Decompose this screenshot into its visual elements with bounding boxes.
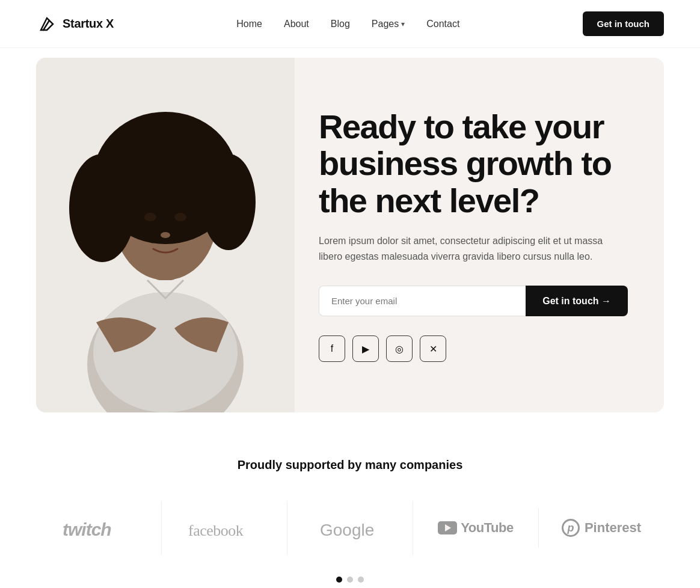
companies-title: Proudly supported by many companies bbox=[36, 458, 664, 472]
pagination-dot-1[interactable] bbox=[336, 577, 342, 583]
youtube-play-icon bbox=[438, 521, 457, 534]
company-logo-facebook: facebook bbox=[162, 501, 287, 555]
pinterest-text: Pinterest bbox=[585, 520, 641, 536]
svg-point-12 bbox=[161, 232, 170, 238]
pinterest-circle-icon: p bbox=[562, 519, 580, 537]
nav-cta-button[interactable]: Get in touch bbox=[583, 11, 665, 36]
hero-section: Ready to take your business growth to th… bbox=[36, 58, 664, 412]
nav-item-blog[interactable]: Blog bbox=[331, 19, 350, 29]
pagination-dots bbox=[36, 577, 664, 588]
svg-text:Google: Google bbox=[320, 521, 374, 539]
logo[interactable]: Startux X bbox=[36, 13, 114, 35]
google-logo-svg: Google bbox=[317, 513, 383, 543]
companies-logos: twitch facebook Google YouTube p bbox=[36, 501, 664, 555]
youtube-icon: ▶ bbox=[362, 343, 369, 355]
youtube-text: YouTube bbox=[461, 520, 513, 536]
pagination-dot-2[interactable] bbox=[347, 577, 353, 583]
nav-links: Home About Blog Pages ▾ Contact bbox=[236, 19, 459, 29]
svg-point-11 bbox=[174, 213, 186, 221]
youtube-logo-wrap: YouTube bbox=[438, 520, 513, 536]
youtube-social-button[interactable]: ▶ bbox=[352, 335, 379, 362]
facebook-icon: f bbox=[331, 343, 333, 354]
logo-text: Startux X bbox=[63, 17, 114, 31]
companies-section: Proudly supported by many companies twit… bbox=[0, 422, 700, 588]
logo-icon bbox=[36, 13, 58, 35]
instagram-icon: ◎ bbox=[395, 343, 404, 355]
svg-text:twitch: twitch bbox=[63, 519, 111, 539]
company-logo-youtube: YouTube bbox=[413, 508, 539, 548]
chevron-down-icon: ▾ bbox=[401, 20, 405, 28]
svg-point-13 bbox=[93, 292, 238, 412]
svg-text:facebook: facebook bbox=[188, 522, 244, 539]
nav-item-contact[interactable]: Contact bbox=[426, 19, 459, 29]
nav-item-pages[interactable]: Pages ▾ bbox=[372, 19, 405, 29]
pagination-dot-3[interactable] bbox=[358, 577, 364, 583]
company-logo-google: Google bbox=[287, 501, 413, 555]
hero-content: Ready to take your business growth to th… bbox=[295, 58, 664, 412]
nav-item-home[interactable]: Home bbox=[236, 19, 262, 29]
hero-cta-button[interactable]: Get in touch → bbox=[526, 286, 628, 316]
nav-item-about[interactable]: About bbox=[284, 19, 309, 29]
facebook-logo-svg: facebook bbox=[185, 513, 263, 543]
svg-point-10 bbox=[144, 213, 156, 221]
twitter-social-button[interactable]: ✕ bbox=[420, 335, 446, 362]
twitter-icon: ✕ bbox=[429, 343, 437, 355]
pinterest-logo-wrap: p Pinterest bbox=[562, 519, 641, 537]
twitch-logo-svg: twitch bbox=[60, 513, 138, 543]
svg-point-9 bbox=[179, 138, 218, 176]
company-logo-pinterest: p Pinterest bbox=[539, 507, 664, 549]
hero-title: Ready to take your business growth to th… bbox=[319, 108, 628, 219]
hero-image bbox=[36, 58, 295, 412]
company-logo-twitch: twitch bbox=[36, 501, 162, 555]
social-icons: f ▶ ◎ ✕ bbox=[319, 335, 628, 362]
hero-subtitle: Lorem ipsum dolor sit amet, consectetur … bbox=[319, 233, 619, 264]
navbar: Startux X Home About Blog Pages ▾ Contac… bbox=[0, 0, 700, 48]
email-input[interactable] bbox=[319, 286, 526, 316]
facebook-social-button[interactable]: f bbox=[319, 335, 345, 362]
hero-form: Get in touch → bbox=[319, 286, 628, 316]
instagram-social-button[interactable]: ◎ bbox=[386, 335, 413, 362]
